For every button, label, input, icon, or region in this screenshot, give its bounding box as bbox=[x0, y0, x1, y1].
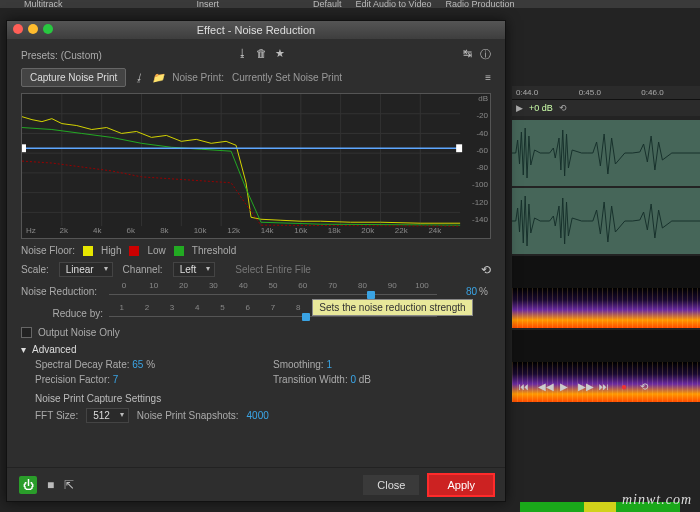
scale-dropdown[interactable]: Linear bbox=[59, 262, 113, 277]
noise-reduction-slider[interactable]: 0102030405060708090100 Sets the noise re… bbox=[109, 283, 437, 299]
smoothing-label: Smoothing: bbox=[273, 359, 324, 370]
svg-rect-18 bbox=[456, 144, 462, 152]
transition-width-label: Transition Width: bbox=[273, 374, 348, 385]
output-noise-only-label: Output Noise Only bbox=[38, 327, 120, 338]
legend: Noise Floor: High Low Threshold bbox=[21, 245, 491, 256]
select-entire-file-button[interactable]: Select Entire File bbox=[235, 264, 311, 275]
favorite-icon[interactable]: ★ bbox=[275, 47, 285, 62]
decay-value[interactable]: 65 bbox=[132, 359, 143, 370]
timeline-ruler[interactable]: 0:44.0 0:45.0 0:46.0 bbox=[512, 86, 700, 100]
power-toggle[interactable]: ⏻ bbox=[19, 476, 37, 494]
advanced-toggle[interactable]: ▾ Advanced bbox=[21, 344, 491, 355]
play-icon[interactable]: ▶ bbox=[516, 103, 523, 113]
skip-end-icon[interactable]: ⏭ bbox=[598, 381, 610, 392]
output-noise-only-checkbox[interactable] bbox=[21, 327, 32, 338]
waveform-track-1[interactable] bbox=[512, 120, 700, 186]
stop-preview-icon[interactable]: ■ bbox=[47, 478, 54, 492]
sidechain-icon[interactable]: ↹ bbox=[463, 47, 472, 62]
track-toolbar: ▶ +0 dB ⟲ bbox=[512, 100, 700, 116]
window-controls bbox=[13, 24, 53, 34]
waveform-area: ⏮ ◀◀ ▶ ▶▶ ⏭ ● ⟲ bbox=[512, 118, 700, 402]
waveform-track-2[interactable] bbox=[512, 188, 700, 254]
rewind-icon[interactable]: ◀◀ bbox=[538, 381, 550, 392]
delete-preset-icon[interactable]: 🗑 bbox=[256, 47, 267, 62]
ffwd-icon[interactable]: ▶▶ bbox=[578, 381, 590, 392]
presets-label: Presets: bbox=[21, 50, 58, 61]
export-icon[interactable]: ⇱ bbox=[64, 478, 74, 492]
dialog-titlebar[interactable]: Effect - Noise Reduction bbox=[7, 21, 505, 39]
noise-print-value: Currently Set Noise Print bbox=[232, 72, 342, 83]
snapshots-value[interactable]: 4000 bbox=[247, 410, 269, 421]
channel-dropdown[interactable]: Left bbox=[173, 262, 216, 277]
record-icon[interactable]: ● bbox=[618, 381, 630, 392]
reduce-by-thumb[interactable] bbox=[302, 313, 310, 321]
time-tick: 0:45.0 bbox=[579, 88, 638, 97]
noise-spectrum-graph[interactable]: dB-20-40-60-80-100-120-140 Hz2k4k6k8k10k… bbox=[21, 93, 491, 239]
close-icon[interactable] bbox=[13, 24, 23, 34]
apply-button[interactable]: Apply bbox=[429, 475, 493, 495]
channel-label: Channel: bbox=[123, 264, 163, 275]
precision-value[interactable]: 7 bbox=[113, 374, 119, 385]
gain-readout[interactable]: +0 dB bbox=[529, 103, 553, 113]
capture-settings-label: Noise Print Capture Settings bbox=[35, 393, 491, 404]
fft-size-label: FFT Size: bbox=[35, 410, 78, 421]
noise-print-label: Noise Print: bbox=[172, 72, 224, 83]
app-menubar: Multitrack Insert Default Edit Audio to … bbox=[0, 0, 700, 8]
skip-start-icon[interactable]: ⏮ bbox=[518, 381, 530, 392]
noise-reduction-thumb[interactable] bbox=[367, 291, 375, 299]
chevron-down-icon: ▾ bbox=[21, 344, 26, 355]
spectrogram-1[interactable] bbox=[512, 256, 700, 328]
save-noiseprint-icon[interactable]: ⭳ bbox=[134, 72, 144, 83]
time-tick: 0:46.0 bbox=[641, 88, 700, 97]
fft-size-dropdown[interactable]: 512 bbox=[86, 408, 129, 423]
save-preset-icon[interactable]: ⭳ bbox=[237, 47, 248, 62]
pan-icon[interactable]: ⟲ bbox=[559, 103, 567, 113]
loop-icon[interactable]: ⟲ bbox=[638, 381, 650, 392]
presets-value[interactable]: (Custom) bbox=[61, 50, 102, 61]
transition-width-value[interactable]: 0 bbox=[350, 374, 356, 385]
legend-label: Noise Floor: bbox=[21, 245, 75, 256]
swatch-low bbox=[129, 246, 139, 256]
noise-reduction-label: Noise Reduction: bbox=[21, 286, 109, 297]
scale-label: Scale: bbox=[21, 264, 49, 275]
reduce-by-label: Reduce by: bbox=[21, 308, 109, 319]
minimize-icon[interactable] bbox=[28, 24, 38, 34]
watermark: minwt.com bbox=[622, 492, 692, 508]
db-axis: dB-20-40-60-80-100-120-140 bbox=[464, 94, 488, 224]
decay-label: Spectral Decay Rate: bbox=[35, 359, 130, 370]
play-icon[interactable]: ▶ bbox=[558, 381, 570, 392]
swatch-threshold bbox=[174, 246, 184, 256]
svg-rect-17 bbox=[22, 144, 26, 152]
transport-controls: ⏮ ◀◀ ▶ ▶▶ ⏭ ● ⟲ bbox=[518, 381, 650, 392]
reset-icon[interactable]: ⟲ bbox=[481, 263, 491, 277]
load-noiseprint-icon[interactable]: 📁 bbox=[152, 72, 164, 83]
maximize-icon[interactable] bbox=[43, 24, 53, 34]
percent-unit: % bbox=[479, 286, 491, 297]
capture-noise-print-button[interactable]: Capture Noise Print bbox=[21, 68, 126, 87]
dialog-title: Effect - Noise Reduction bbox=[197, 24, 315, 36]
panel-menu-icon[interactable]: ≡ bbox=[485, 72, 491, 83]
slider-tooltip: Sets the noise reduction strength bbox=[312, 299, 472, 316]
precision-label: Precision Factor: bbox=[35, 374, 110, 385]
time-tick: 0:44.0 bbox=[516, 88, 575, 97]
hz-axis: Hz2k4k6k8k10k12k14k16k18k20k22k24k bbox=[26, 226, 462, 238]
info-icon[interactable]: ⓘ bbox=[480, 47, 491, 62]
close-button[interactable]: Close bbox=[363, 475, 419, 495]
swatch-high bbox=[83, 246, 93, 256]
snapshots-label: Noise Print Snapshots: bbox=[137, 410, 239, 421]
smoothing-value[interactable]: 1 bbox=[326, 359, 332, 370]
noise-reduction-value[interactable]: 80 bbox=[437, 286, 477, 297]
noise-reduction-dialog: Effect - Noise Reduction Presets: (Custo… bbox=[6, 20, 506, 502]
